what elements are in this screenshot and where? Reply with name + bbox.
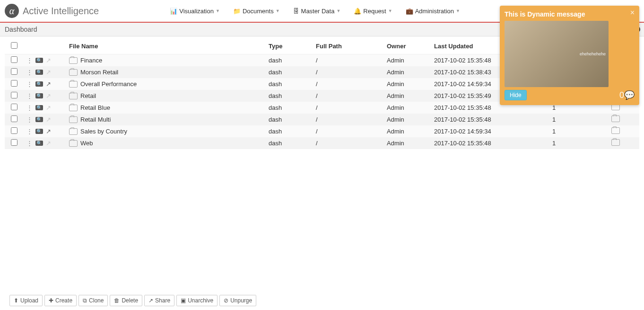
dashboard-file-icon <box>69 116 78 123</box>
share-row-icon[interactable]: ↗ <box>46 128 51 135</box>
more-icon[interactable]: ⋮ <box>26 80 33 88</box>
close-icon[interactable]: × <box>630 9 635 17</box>
link-dashboard-icon[interactable] <box>611 139 620 146</box>
dashboard-file-icon <box>69 69 78 76</box>
share-row-icon[interactable]: ↗ <box>46 69 51 76</box>
dashboard-file-icon <box>69 105 78 111</box>
row-checkbox[interactable] <box>11 127 17 134</box>
main-nav: 📊Visualization▼📁Documents▼🗄Master Data▼🔔… <box>170 8 460 15</box>
file-name[interactable]: Finance <box>80 57 102 64</box>
cell-path: / <box>313 90 384 102</box>
toast-title: This is Dynamic message <box>505 10 635 18</box>
chat-icon[interactable]: 0💬 <box>619 90 635 100</box>
more-icon[interactable]: ⋮ <box>26 140 33 147</box>
cell-version: 1 <box>549 137 592 149</box>
brand-title: Active Intelligence <box>23 6 99 17</box>
cell-type: dash <box>266 54 313 67</box>
share-row-icon[interactable]: ↗ <box>46 104 51 111</box>
row-checkbox[interactable] <box>11 139 17 146</box>
nav-label: Documents <box>243 8 274 15</box>
more-icon[interactable]: ⋮ <box>26 128 33 135</box>
link-dashboard-icon[interactable] <box>611 115 620 122</box>
bell-icon: 🔔 <box>354 8 361 15</box>
chevron-down-icon: ▼ <box>336 9 340 13</box>
cell-owner: Admin <box>384 102 431 114</box>
preview-icon[interactable]: 🔍 <box>35 93 43 98</box>
preview-icon[interactable]: 🔍 <box>35 141 43 146</box>
cell-path: / <box>313 54 384 67</box>
nav-item-documents[interactable]: 📁Documents▼ <box>233 8 280 15</box>
row-checkbox[interactable] <box>11 56 17 63</box>
cell-path: / <box>313 66 384 78</box>
dashboard-icon: 📊 <box>170 8 177 15</box>
preview-icon[interactable]: 🔍 <box>35 58 43 63</box>
file-name[interactable]: Retail Blue <box>80 104 110 111</box>
share-row-icon[interactable]: ↗ <box>46 57 51 64</box>
cell-owner: Admin <box>384 125 431 137</box>
preview-icon[interactable]: 🔍 <box>35 129 43 134</box>
nav-item-master-data[interactable]: 🗄Master Data▼ <box>293 8 341 15</box>
file-name[interactable]: Retail Multi <box>80 116 111 123</box>
notification-toast: × This is Dynamic message ehehehehehe Hi… <box>500 6 639 105</box>
cell-owner: Admin <box>384 114 431 125</box>
file-name[interactable]: Sales by Country <box>80 128 127 135</box>
row-checkbox[interactable] <box>11 115 17 122</box>
dashboard-file-icon <box>69 128 78 135</box>
table-row: ⋮🔍↗Webdash/Admin2017-10-02 15:35:481 <box>5 137 639 149</box>
nav-item-administration[interactable]: 💼Administration▼ <box>406 8 460 15</box>
share-row-icon[interactable]: ↗ <box>46 80 51 88</box>
preview-icon[interactable]: 🔍 <box>35 117 43 122</box>
dashboard-file-icon <box>69 140 78 147</box>
col-file[interactable]: File Name <box>66 38 266 54</box>
nav-item-request[interactable]: 🔔Request▼ <box>354 8 392 15</box>
preview-icon[interactable]: 🔍 <box>35 105 43 110</box>
dashboard-file-icon <box>69 81 78 88</box>
file-icon: 📁 <box>233 8 241 15</box>
col-owner[interactable]: Owner <box>384 38 431 54</box>
more-icon[interactable]: ⋮ <box>26 104 33 111</box>
cell-path: / <box>313 137 384 149</box>
col-type[interactable]: Type <box>266 38 313 54</box>
cell-type: dash <box>266 102 313 114</box>
nav-item-visualization[interactable]: 📊Visualization▼ <box>170 8 220 15</box>
nav-label: Visualization <box>179 8 214 15</box>
cell-type: dash <box>266 66 313 78</box>
cell-owner: Admin <box>384 54 431 67</box>
preview-icon[interactable]: 🔍 <box>35 81 43 87</box>
select-all-checkbox[interactable] <box>11 42 17 49</box>
file-name[interactable]: Retail <box>80 92 96 99</box>
chevron-down-icon: ▼ <box>388 9 392 13</box>
hide-button[interactable]: Hide <box>505 90 527 100</box>
dashboard-file-icon <box>69 93 78 99</box>
more-icon[interactable]: ⋮ <box>26 116 33 123</box>
cell-type: dash <box>266 78 313 90</box>
col-path[interactable]: Full Path <box>313 38 384 54</box>
cell-path: / <box>313 78 384 90</box>
cell-updated: 2017-10-02 15:35:48 <box>431 137 549 149</box>
preview-icon[interactable]: 🔍 <box>35 70 43 75</box>
link-dashboard-icon[interactable] <box>611 127 620 134</box>
more-icon[interactable]: ⋮ <box>26 57 33 64</box>
cell-version: 1 <box>549 125 592 137</box>
more-icon[interactable]: ⋮ <box>26 92 33 99</box>
nav-label: Master Data <box>301 8 335 15</box>
cell-type: dash <box>266 125 313 137</box>
cell-updated: 2017-10-02 14:59:34 <box>431 125 549 137</box>
cell-owner: Admin <box>384 66 431 78</box>
nav-label: Administration <box>415 8 454 15</box>
row-checkbox[interactable] <box>11 80 17 87</box>
cell-path: / <box>313 114 384 125</box>
row-checkbox[interactable] <box>11 92 17 98</box>
file-name[interactable]: Morson Retail <box>80 69 118 76</box>
more-icon[interactable]: ⋮ <box>26 69 33 76</box>
row-checkbox[interactable] <box>11 104 17 110</box>
file-name[interactable]: Web <box>80 140 93 147</box>
cell-version: 1 <box>549 114 592 125</box>
share-row-icon[interactable]: ↗ <box>46 92 51 99</box>
file-name[interactable]: Overall Performance <box>80 80 137 88</box>
nav-label: Request <box>363 8 386 15</box>
cell-type: dash <box>266 90 313 102</box>
share-row-icon[interactable]: ↗ <box>46 116 51 123</box>
row-checkbox[interactable] <box>11 68 17 75</box>
share-row-icon[interactable]: ↗ <box>46 140 51 147</box>
